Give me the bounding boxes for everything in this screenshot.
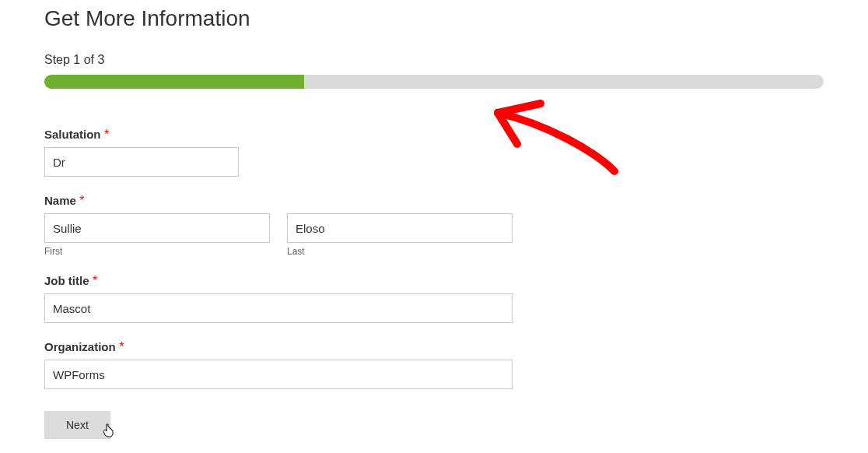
- salutation-input[interactable]: [44, 147, 239, 177]
- salutation-field-group: Salutation *: [44, 128, 868, 177]
- organization-field-group: Organization *: [44, 340, 868, 389]
- salutation-label: Salutation *: [44, 128, 109, 141]
- required-mark: *: [104, 128, 109, 141]
- step-indicator: Step 1 of 3: [44, 53, 868, 67]
- last-name-col: Last: [287, 213, 513, 257]
- progress-fill: [44, 75, 304, 89]
- required-mark: *: [119, 340, 124, 353]
- page-title: Get More Information: [44, 6, 868, 31]
- name-field-group: Name * First Last: [44, 194, 868, 257]
- organization-label: Organization *: [44, 340, 124, 353]
- organization-input[interactable]: [44, 360, 513, 389]
- job-title-input[interactable]: [44, 293, 513, 323]
- first-name-input[interactable]: [44, 213, 270, 243]
- last-name-input[interactable]: [287, 213, 513, 243]
- required-mark: *: [93, 274, 97, 287]
- job-title-label-text: Job title: [44, 274, 89, 287]
- job-title-field-group: Job title *: [44, 274, 868, 323]
- salutation-label-text: Salutation: [44, 128, 101, 141]
- name-label: Name *: [44, 194, 85, 207]
- progress-bar: [44, 75, 824, 89]
- name-row: First Last: [44, 213, 868, 257]
- required-mark: *: [79, 194, 84, 207]
- first-name-sublabel: First: [44, 246, 270, 257]
- name-label-text: Name: [44, 194, 76, 207]
- organization-label-text: Organization: [44, 340, 116, 353]
- first-name-col: First: [44, 213, 270, 257]
- job-title-label: Job title *: [44, 274, 97, 287]
- last-name-sublabel: Last: [287, 246, 513, 257]
- next-button[interactable]: Next: [44, 411, 110, 439]
